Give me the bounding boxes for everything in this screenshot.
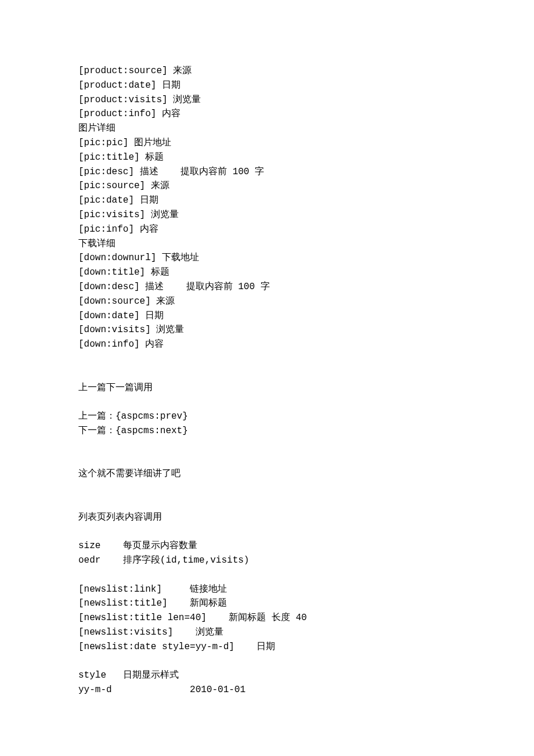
- text-line: [down:visits] 浏览量: [78, 323, 456, 337]
- blank-line: [78, 496, 456, 510]
- text-line: [pic:info] 内容: [78, 222, 456, 237]
- blank-line: [78, 366, 456, 381]
- text-line: [newslist:title] 新闻标题: [78, 596, 456, 611]
- text-line: 上一篇下一篇调用: [78, 381, 456, 395]
- text-line: [down:title] 标题: [78, 265, 456, 280]
- text-line: [pic:source] 来源: [78, 179, 456, 193]
- blank-line: [78, 481, 456, 496]
- text-line: [pic:date] 日期: [78, 193, 456, 208]
- text-line: 上一篇：{aspcms:prev}: [78, 409, 456, 424]
- blank-line: [78, 352, 456, 366]
- text-line: [newslist:link] 链接地址: [78, 582, 456, 597]
- text-line: [product:source] 来源: [78, 64, 456, 78]
- text-line: [down:date] 日期: [78, 309, 456, 323]
- blank-line: [78, 654, 456, 669]
- blank-line: [78, 395, 456, 409]
- text-line: size 每页显示内容数量: [78, 539, 456, 553]
- text-line: 下一篇：{aspcms:next}: [78, 424, 456, 438]
- document-page: [product:source] 来源 [product:date] 日期 [p…: [0, 0, 534, 756]
- blank-line: [78, 438, 456, 453]
- text-line: [down:downurl] 下载地址: [78, 251, 456, 265]
- text-line: [pic:pic] 图片地址: [78, 136, 456, 150]
- text-line: 图片详细: [78, 121, 456, 136]
- text-line: [down:desc] 描述 提取内容前 100 字: [78, 280, 456, 294]
- text-line: [down:info] 内容: [78, 337, 456, 352]
- text-line: [newslist:title len=40] 新闻标题 长度 40: [78, 611, 456, 625]
- text-line: 下载详细: [78, 237, 456, 251]
- text-line: 这个就不需要详细讲了吧: [78, 467, 456, 481]
- blank-line: [78, 453, 456, 467]
- text-line: [pic:desc] 描述 提取内容前 100 字: [78, 165, 456, 179]
- text-line: [product:info] 内容: [78, 107, 456, 121]
- blank-line: [78, 525, 456, 539]
- text-line: [down:source] 来源: [78, 294, 456, 309]
- text-line: [newslist:visits] 浏览量: [78, 625, 456, 640]
- text-line: style 日期显示样式: [78, 668, 456, 683]
- text-line: [product:date] 日期: [78, 78, 456, 93]
- blank-line: [78, 568, 456, 582]
- text-line: [pic:visits] 浏览量: [78, 208, 456, 222]
- text-line: yy-m-d 2010-01-01: [78, 683, 456, 697]
- text-line: [newslist:date style=yy-m-d] 日期: [78, 640, 456, 654]
- text-line: [pic:title] 标题: [78, 150, 456, 165]
- text-line: [product:visits] 浏览量: [78, 93, 456, 107]
- text-line: oedr 排序字段(id,time,visits): [78, 553, 456, 568]
- text-line: 列表页列表内容调用: [78, 510, 456, 525]
